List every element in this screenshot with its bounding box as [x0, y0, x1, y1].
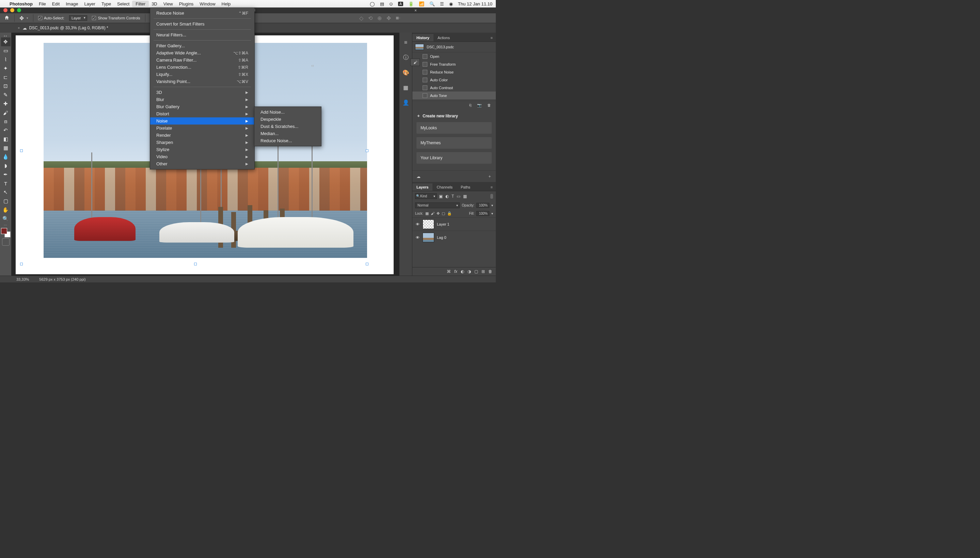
- paths-tab[interactable]: Paths: [456, 184, 474, 191]
- filter-blur-submenu[interactable]: Blur▶: [150, 96, 254, 103]
- auto-select-target-dropdown[interactable]: Layer: [69, 15, 87, 21]
- properties-panel-icon[interactable]: 👤: [402, 98, 410, 106]
- filter-gallery[interactable]: Filter Gallery...: [150, 42, 254, 49]
- crop-tool[interactable]: ⊏: [1, 73, 11, 82]
- menu-filter[interactable]: Filter: [132, 1, 149, 7]
- actions-tab[interactable]: Actions: [433, 34, 454, 41]
- transform-handle[interactable]: [366, 149, 369, 152]
- filter-toggle-switch[interactable]: [490, 194, 493, 199]
- layers-tab[interactable]: Layers: [412, 184, 432, 191]
- lasso-tool[interactable]: ⌇: [1, 55, 11, 64]
- menu-image[interactable]: Image: [66, 2, 78, 7]
- layer-row[interactable]: 👁 Layer 1: [412, 217, 496, 231]
- path-select-tool[interactable]: ↖: [1, 188, 11, 197]
- quick-select-tool[interactable]: ✦: [1, 64, 11, 73]
- opacity-dropdown-icon[interactable]: ▾: [491, 204, 493, 207]
- home-button[interactable]: [4, 15, 10, 21]
- blur-tool[interactable]: 💧: [1, 153, 11, 161]
- frame-tool[interactable]: ⊡: [1, 82, 11, 90]
- battery-icon[interactable]: 🔋: [408, 2, 414, 7]
- siri-icon[interactable]: ◉: [449, 2, 453, 7]
- eyedropper-tool[interactable]: ✎: [1, 90, 11, 99]
- history-brush-source-icon[interactable]: 🖌: [410, 59, 420, 66]
- stack-icon[interactable]: ▤: [380, 2, 384, 7]
- zoom-level[interactable]: 33,33%: [16, 277, 29, 281]
- menubar-clock[interactable]: Thu 12 Jan 11.10: [458, 2, 492, 7]
- history-step[interactable]: Reduce Noise: [412, 68, 496, 76]
- lock-position-icon[interactable]: ✥: [436, 211, 440, 216]
- zoom-tool[interactable]: 🔍: [1, 214, 11, 223]
- filter-other-submenu[interactable]: Other▶: [150, 160, 254, 167]
- type-tool[interactable]: T: [1, 179, 11, 188]
- adjustment-layer-icon[interactable]: ◑: [468, 269, 471, 274]
- move-tool-icon[interactable]: ✥: [20, 15, 24, 21]
- history-step[interactable]: Open: [412, 53, 496, 60]
- quick-mask-toggle[interactable]: [1, 238, 11, 246]
- filter-sharpen-submenu[interactable]: Sharpen▶: [150, 139, 254, 146]
- filter-render-submenu[interactable]: Render▶: [150, 132, 254, 139]
- layer-visibility-icon[interactable]: 👁: [415, 222, 420, 226]
- filter-pixelate-submenu[interactable]: Pixelate▶: [150, 125, 254, 132]
- filter-neural[interactable]: Neural Filters...: [150, 31, 254, 38]
- menu-help[interactable]: Help: [222, 2, 231, 7]
- noise-median[interactable]: Median...: [254, 130, 321, 137]
- input-a-icon[interactable]: A: [398, 2, 403, 6]
- color-panel-icon[interactable]: 🎨: [402, 69, 410, 76]
- gradient-tool[interactable]: ▦: [1, 144, 11, 153]
- fill-input[interactable]: 100%: [476, 211, 489, 216]
- layer-visibility-icon[interactable]: 👁: [415, 235, 420, 240]
- show-transform-checkbox[interactable]: ✓: [92, 16, 96, 20]
- document-dimensions[interactable]: 5629 px x 3753 px (240 ppi): [39, 277, 86, 281]
- transform-handle[interactable]: [366, 263, 369, 265]
- create-new-library-button[interactable]: ＋ Create new library: [417, 113, 492, 119]
- layer-name[interactable]: Lag 0: [437, 235, 446, 240]
- 3d-rotate-icon[interactable]: ⟲: [368, 15, 372, 21]
- menu-view[interactable]: View: [163, 2, 173, 7]
- menu-window[interactable]: Window: [199, 2, 215, 7]
- marquee-tool[interactable]: ▭: [1, 46, 11, 55]
- filter-smart-convert[interactable]: Convert for Smart Filters: [150, 20, 254, 28]
- adjustments-panel-icon[interactable]: ≡: [402, 39, 410, 46]
- layer-thumbnail[interactable]: [423, 220, 434, 229]
- history-step[interactable]: Auto Tone: [412, 92, 496, 99]
- opacity-input[interactable]: 100%: [476, 203, 489, 208]
- filter-blur-gallery-submenu[interactable]: Blur Gallery▶: [150, 103, 254, 110]
- link-layers-icon[interactable]: ⌘: [447, 269, 451, 274]
- brush-tool[interactable]: 🖌: [1, 108, 11, 117]
- edit-toolbar-icon[interactable]: ⋯: [4, 223, 8, 226]
- layer-fx-icon[interactable]: fx: [454, 269, 457, 274]
- clone-stamp-tool[interactable]: ⧈: [1, 117, 11, 126]
- library-item[interactable]: MyLooks: [417, 122, 492, 134]
- window-minimize-button[interactable]: [10, 8, 14, 12]
- cloud-sync-icon[interactable]: ☁: [417, 174, 420, 179]
- lock-pixels-icon[interactable]: 🖌: [431, 211, 435, 216]
- filter-last[interactable]: Reduce Noise ⌃⌘F: [150, 10, 254, 17]
- library-item[interactable]: MyThemes: [417, 137, 492, 149]
- menu-layer[interactable]: Layer: [84, 2, 96, 7]
- layer-mask-icon[interactable]: ◐: [461, 269, 464, 274]
- tool-preset-dropdown[interactable]: ▾: [26, 16, 28, 20]
- menu-type[interactable]: Type: [102, 2, 111, 7]
- panel-group-close-icon[interactable]: ×: [414, 8, 417, 13]
- eraser-tool[interactable]: ◧: [1, 135, 11, 144]
- lock-transparent-icon[interactable]: ▦: [425, 211, 429, 216]
- transform-handle[interactable]: [20, 263, 23, 265]
- menu-plugins[interactable]: Plugins: [179, 2, 194, 7]
- 3d-pan-icon[interactable]: ✥: [387, 15, 391, 21]
- app-name[interactable]: Photoshop: [10, 2, 33, 7]
- library-item[interactable]: Your Library: [417, 152, 492, 164]
- history-tab[interactable]: History: [412, 34, 433, 41]
- delete-layer-icon[interactable]: 🗑: [488, 269, 492, 274]
- filter-adjust-icon[interactable]: ◐: [445, 194, 449, 199]
- filter-3d-submenu[interactable]: 3D▶: [150, 89, 254, 96]
- cc-cloud-icon[interactable]: ◯: [370, 2, 375, 7]
- filter-type-icon[interactable]: T: [451, 194, 454, 199]
- delete-state-icon[interactable]: 🗑: [487, 103, 491, 108]
- spotlight-icon[interactable]: 🔍: [429, 2, 435, 7]
- color-swatches[interactable]: [1, 228, 11, 238]
- filter-lens-correction[interactable]: Lens Correction...⇧⌘R: [150, 64, 254, 71]
- collapse-panels-icon[interactable]: ‹‹: [311, 63, 314, 68]
- info-panel-icon[interactable]: ⓘ: [402, 54, 410, 61]
- play-icon[interactable]: ⊙: [389, 2, 393, 7]
- menu-edit[interactable]: Edit: [52, 2, 59, 7]
